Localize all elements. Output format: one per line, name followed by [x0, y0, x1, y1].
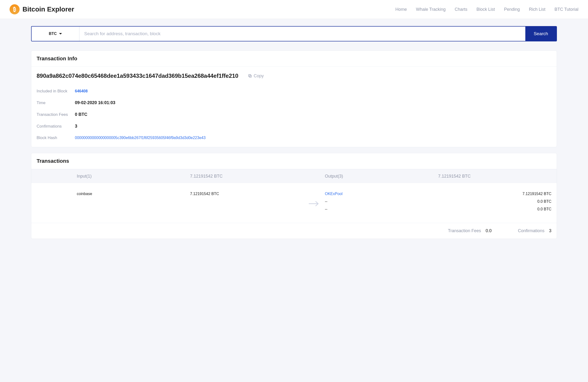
confirmations-label: Confirmations — [37, 124, 75, 129]
included-in-block-link[interactable]: 646408 — [75, 89, 87, 93]
copy-label: Copy — [253, 73, 264, 79]
site-header: ₿ Bitcoin Explorer Home Whale Tracking C… — [0, 0, 588, 19]
inputs-amounts: 7.12191542 BTC — [190, 192, 304, 196]
coin-select[interactable]: BTC — [32, 26, 79, 41]
nav-block-list[interactable]: Block List — [477, 7, 495, 12]
footer-fees-label: Transaction Fees — [448, 228, 481, 233]
search-button[interactable]: Search — [525, 26, 556, 41]
nav-whale-tracking[interactable]: Whale Tracking — [416, 7, 446, 12]
block-hash-link[interactable]: 00000000000000000005c390e6bb267f1f6f2593… — [75, 136, 206, 140]
brand[interactable]: ₿ Bitcoin Explorer — [10, 4, 74, 14]
transactions-card: Transactions Input(1) 7.12191542 BTC Out… — [31, 153, 557, 239]
outputs-labels: OKExPool -- -- — [325, 192, 438, 211]
nav-home[interactable]: Home — [396, 7, 407, 12]
transactions-footer: Transaction Fees 0.0 Confirmations 3 — [31, 223, 557, 239]
inputs-labels: coinbase — [77, 192, 190, 196]
io-block: coinbase 7.12191542 BTC OKExPool -- -- 7… — [31, 183, 557, 223]
output-label-link[interactable]: OKExPool — [325, 192, 343, 196]
svg-rect-1 — [249, 74, 251, 77]
output-total: 7.12191542 BTC — [438, 174, 552, 179]
copy-icon — [248, 74, 252, 78]
arrow-right-icon — [309, 201, 320, 206]
nav-charts[interactable]: Charts — [455, 7, 467, 12]
transaction-info-card: Transaction Info 890a9a862c074e80c65468d… — [31, 50, 557, 147]
input-label: coinbase — [77, 192, 190, 196]
time-value: 09-02-2020 16:01:03 — [75, 100, 115, 105]
transactions-heading: Transactions — [31, 153, 557, 169]
nav-btc-tutorial[interactable]: BTC Tutorial — [554, 7, 578, 12]
copy-button[interactable]: Copy — [248, 73, 264, 79]
svg-rect-0 — [249, 75, 252, 77]
brand-title: Bitcoin Explorer — [22, 5, 74, 13]
caret-down-icon — [59, 33, 62, 34]
block-hash-label: Block Hash — [37, 135, 75, 140]
transaction-info-heading: Transaction Info — [31, 51, 557, 67]
confirmations-value: 3 — [75, 124, 77, 129]
fees-label: Transaction Fees — [37, 112, 75, 117]
coin-select-value: BTC — [49, 32, 57, 36]
footer-confirmations-label: Confirmations — [518, 228, 545, 233]
input-count-label: Input(1) — [77, 174, 190, 179]
output-count-label: Output(3) — [325, 174, 438, 179]
footer-confirmations-value: 3 — [549, 228, 551, 233]
input-amount: 7.12191542 BTC — [190, 192, 304, 196]
outputs-amounts: 7.12191542 BTC 0.0 BTC 0.0 BTC — [438, 192, 552, 211]
output-label: -- — [325, 207, 438, 211]
transaction-hash: 890a9a862c074e80c65468dee1a593433c1647da… — [37, 72, 238, 79]
nav-rich-list[interactable]: Rich List — [529, 7, 546, 12]
time-label: Time — [37, 101, 75, 105]
output-label: -- — [325, 199, 438, 204]
io-header-bar: Input(1) 7.12191542 BTC Output(3) 7.1219… — [31, 169, 557, 183]
search-input[interactable] — [79, 26, 525, 41]
nav-pending[interactable]: Pending — [504, 7, 520, 12]
included-in-block-label: Included in Block — [37, 89, 75, 94]
input-total: 7.12191542 BTC — [190, 174, 304, 179]
fees-value: 0 BTC — [75, 112, 87, 117]
bitcoin-logo-icon: ₿ — [9, 4, 20, 15]
output-amount: 0.0 BTC — [438, 199, 552, 204]
main-nav: Home Whale Tracking Charts Block List Pe… — [396, 7, 578, 12]
output-amount: 7.12191542 BTC — [438, 192, 552, 196]
search-bar: BTC Search — [31, 26, 557, 41]
output-amount: 0.0 BTC — [438, 207, 552, 211]
footer-fees-value: 0.0 — [486, 228, 492, 233]
